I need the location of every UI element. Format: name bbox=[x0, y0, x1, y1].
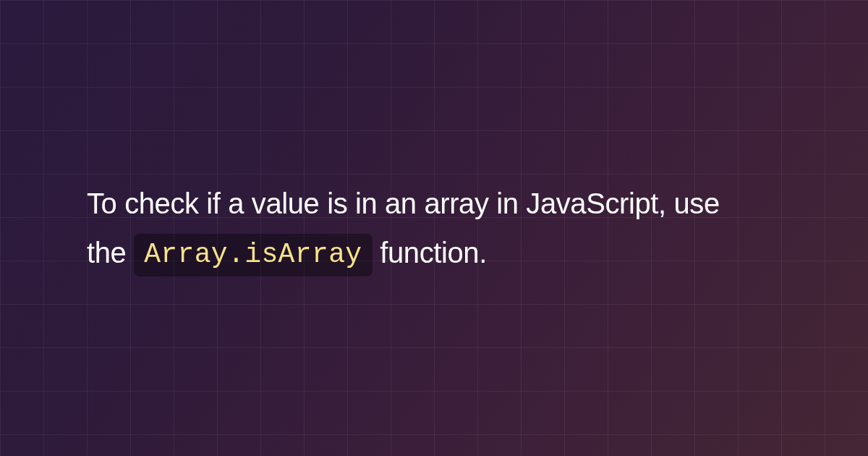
content-area: To check if a value is in an array in Ja… bbox=[0, 0, 868, 456]
inline-code: Array.isArray bbox=[134, 234, 372, 276]
headline: To check if a value is in an array in Ja… bbox=[87, 179, 752, 277]
headline-suffix: function. bbox=[380, 237, 487, 269]
